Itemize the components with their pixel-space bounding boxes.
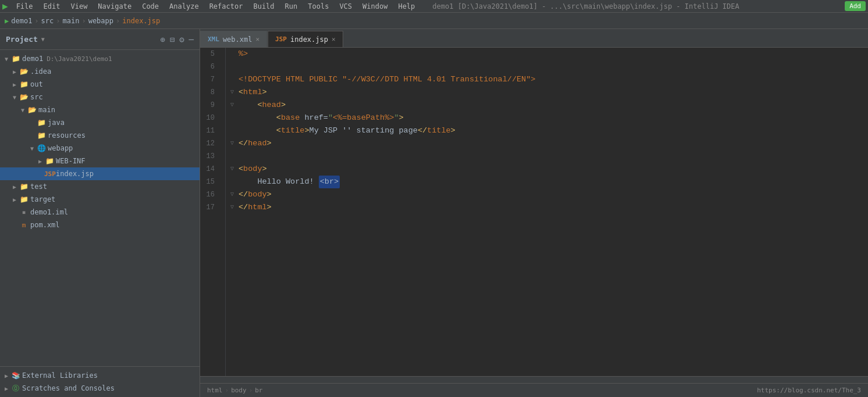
tree-arrow-main: ▼ bbox=[19, 107, 27, 113]
fold-14[interactable]: ▽ bbox=[230, 163, 239, 176]
sidebar-item-pomxml[interactable]: ▶ m pom.xml bbox=[0, 219, 200, 231]
menu-analyze[interactable]: Analyze bbox=[165, 1, 204, 12]
tree-label-target: target bbox=[30, 195, 55, 203]
breadcrumb-demo1[interactable]: demo1 bbox=[11, 17, 32, 25]
file-icon-indexjsp: JSP bbox=[44, 170, 55, 178]
sidebar-item-external-libraries[interactable]: ▶ 📚 External Libraries bbox=[0, 369, 200, 382]
tab-close-webxml[interactable]: ✕ bbox=[255, 36, 259, 42]
sidebar-item-indexjsp[interactable]: ▶ JSP index.jsp bbox=[0, 167, 200, 180]
fold-8[interactable]: ▽ bbox=[230, 86, 239, 99]
tree-label-idea: .idea bbox=[30, 67, 51, 76]
menu-tools[interactable]: Tools bbox=[303, 1, 333, 12]
menu-vcs[interactable]: VCS bbox=[335, 1, 357, 12]
main-layout: Project ▼ ⊕ ⊟ ⚙ ─ ▼ 📁 demo1 D:\Java2021\… bbox=[0, 29, 868, 397]
code-line-6 bbox=[230, 60, 868, 73]
tab-webxml[interactable]: XML web.xml ✕ bbox=[200, 31, 267, 47]
tree-arrow-pomxml: ▶ bbox=[10, 222, 19, 228]
breadcrumb-src[interactable]: src bbox=[41, 17, 54, 25]
sidebar: Project ▼ ⊕ ⊟ ⚙ ─ ▼ 📁 demo1 D:\Java2021\… bbox=[0, 29, 200, 397]
code-token: body bbox=[248, 188, 266, 201]
line-num-14: 14 bbox=[200, 163, 219, 176]
fold-12[interactable]: ▽ bbox=[230, 137, 239, 150]
menu-code[interactable]: Code bbox=[137, 1, 163, 12]
sidebar-item-target[interactable]: ▶ 📁 target bbox=[0, 193, 200, 206]
sidebar-item-demo1[interactable]: ▼ 📁 demo1 D:\Java2021\demo1 bbox=[0, 52, 200, 65]
sidebar-item-webinf[interactable]: ▶ 📁 WEB-INF bbox=[0, 155, 200, 167]
tree-arrow-java: ▶ bbox=[28, 120, 36, 126]
code-line-11: <title>My JSP '' starting page</title> bbox=[230, 124, 868, 137]
collapse-icon[interactable]: ⊟ bbox=[170, 35, 175, 44]
sidebar-item-test[interactable]: ▶ 📁 test bbox=[0, 180, 200, 193]
menu-view[interactable]: View bbox=[66, 1, 92, 12]
breadcrumb-main[interactable]: main bbox=[63, 17, 80, 25]
line-num-17: 17 bbox=[200, 201, 219, 214]
locate-icon[interactable]: ⊕ bbox=[160, 35, 165, 44]
code-line-5: %> bbox=[230, 48, 868, 60]
breadcrumb-icon: ▶ bbox=[5, 17, 9, 25]
tab-label-indexjsp: index.jsp bbox=[290, 35, 328, 44]
menu-window[interactable]: Window bbox=[358, 1, 392, 12]
menu-help[interactable]: Help bbox=[393, 1, 419, 12]
tree-arrow-webapp: ▼ bbox=[28, 145, 36, 152]
sidebar-tree: ▼ 📁 demo1 D:\Java2021\demo1 ▶ 📂 .idea ▶ … bbox=[0, 50, 200, 366]
menu-build[interactable]: Build bbox=[248, 1, 279, 12]
fold-17[interactable]: ▽ bbox=[230, 201, 239, 214]
tree-arrow-demo1iml: ▶ bbox=[10, 209, 19, 216]
add-button[interactable]: Add bbox=[845, 1, 866, 11]
tree-label-indexjsp: index.jsp bbox=[56, 170, 94, 178]
code-token: > bbox=[399, 112, 403, 124]
tree-label-java: java bbox=[48, 119, 65, 127]
sidebar-item-java[interactable]: ▶ 📁 java bbox=[0, 116, 200, 129]
chevron-down-icon[interactable]: ▼ bbox=[41, 36, 45, 42]
menu-navigate[interactable]: Navigate bbox=[93, 1, 136, 12]
fold-10 bbox=[230, 112, 239, 124]
file-icon-pomxml: m bbox=[19, 221, 29, 229]
tree-arrow-out: ▶ bbox=[10, 81, 19, 88]
sidebar-item-demo1iml[interactable]: ▶ ▪ demo1.iml bbox=[0, 206, 200, 219]
line-num-9: 9 bbox=[200, 99, 219, 112]
tab-icon-jsp: JSP bbox=[275, 35, 287, 43]
menu-run[interactable]: Run bbox=[280, 1, 303, 12]
horizontal-scrollbar[interactable] bbox=[200, 376, 868, 383]
status-body: body bbox=[231, 387, 247, 394]
minimize-icon[interactable]: ─ bbox=[189, 35, 194, 44]
tree-arrow-src: ▼ bbox=[10, 94, 19, 101]
breadcrumb-bar: ▶ demo1 › src › main › webapp › index.js… bbox=[0, 13, 868, 29]
sidebar-item-resources[interactable]: ▶ 📁 resources bbox=[0, 129, 200, 142]
sidebar-item-out[interactable]: ▶ 📁 out bbox=[0, 78, 200, 91]
tree-label-main: main bbox=[38, 106, 55, 114]
sidebar-item-webapp[interactable]: ▼ 🌐 webapp bbox=[0, 142, 200, 155]
menu-edit[interactable]: Edit bbox=[39, 1, 65, 12]
fold-11 bbox=[230, 124, 239, 137]
menu-refactor[interactable]: Refactor bbox=[205, 1, 248, 12]
fold-16[interactable]: ▽ bbox=[230, 188, 239, 201]
tab-indexjsp[interactable]: JSP index.jsp ✕ bbox=[268, 31, 343, 47]
menu-file[interactable]: File bbox=[12, 1, 38, 12]
folder-icon-webapp: 🌐 bbox=[36, 144, 47, 152]
tree-arrow-scratches: ▶ bbox=[2, 385, 10, 392]
status-br: br bbox=[255, 387, 262, 394]
code-token: > bbox=[267, 137, 272, 150]
code-line-13 bbox=[230, 150, 868, 163]
fold-9[interactable]: ▽ bbox=[230, 99, 239, 112]
sidebar-item-main[interactable]: ▼ 📂 main bbox=[0, 103, 200, 116]
sidebar-item-src[interactable]: ▼ 📂 src bbox=[0, 91, 200, 103]
code-editor[interactable]: 5 6 7 8 9 10 11 12 13 14 15 16 17 bbox=[200, 48, 868, 383]
code-token: title bbox=[427, 124, 451, 137]
code-token: " bbox=[394, 112, 399, 124]
sidebar-item-idea[interactable]: ▶ 📂 .idea bbox=[0, 65, 200, 78]
tree-arrow-test: ▶ bbox=[10, 184, 19, 190]
tab-close-indexjsp[interactable]: ✕ bbox=[332, 36, 336, 42]
tree-arrow-target: ▶ bbox=[10, 196, 19, 203]
code-token: " bbox=[328, 112, 333, 124]
status-bar: html › body › br https://blog.csdn.net/T… bbox=[200, 383, 868, 397]
sidebar-item-scratches[interactable]: ▶ ⓪ Scratches and Consoles bbox=[0, 382, 200, 395]
breadcrumb-indexjsp[interactable]: index.jsp bbox=[122, 17, 160, 25]
breadcrumb-webapp[interactable]: webapp bbox=[88, 17, 113, 25]
sidebar-actions: ⊕ ⊟ ⚙ ─ bbox=[160, 35, 194, 44]
line-num-8: 8 bbox=[200, 86, 219, 99]
code-token: </ bbox=[239, 201, 248, 214]
code-line-17: ▽ </html> bbox=[230, 201, 868, 214]
gear-icon[interactable]: ⚙ bbox=[179, 35, 184, 44]
tree-label-ext-libs: External Libraries bbox=[22, 371, 98, 380]
